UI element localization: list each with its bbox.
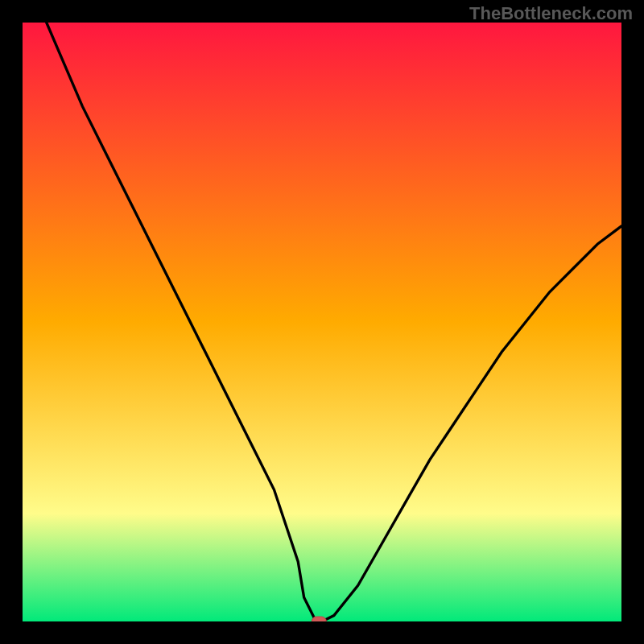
optimal-point-marker bbox=[312, 617, 326, 621]
chart-plot-area bbox=[23, 23, 621, 621]
watermark-text: TheBottleneck.com bbox=[469, 3, 633, 24]
chart-frame: TheBottleneck.com bbox=[0, 0, 644, 644]
chart-background-gradient bbox=[23, 23, 621, 621]
chart-svg bbox=[23, 23, 621, 621]
